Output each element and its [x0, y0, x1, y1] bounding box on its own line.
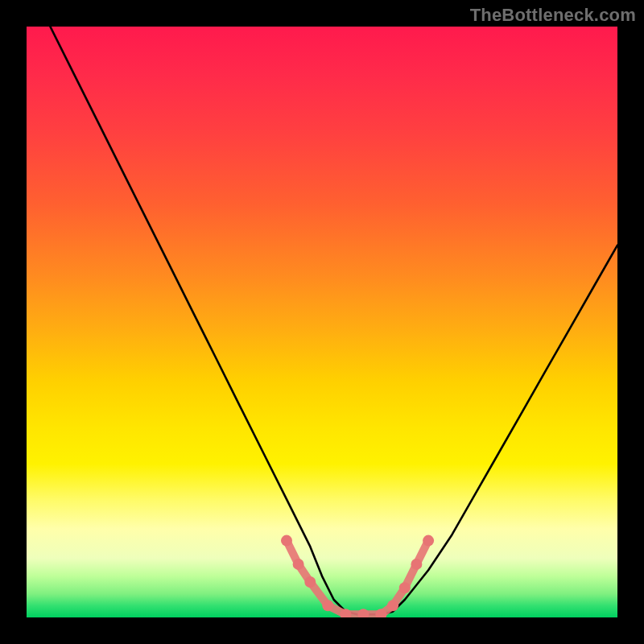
chart-svg: [27, 27, 617, 617]
svg-point-10: [423, 535, 434, 547]
svg-point-9: [411, 559, 422, 570]
svg-point-1: [293, 559, 304, 570]
chart-frame: TheBottleneck.com: [0, 0, 644, 644]
watermark-text: TheBottleneck.com: [470, 5, 636, 26]
svg-point-8: [399, 582, 411, 593]
curve-line: [50, 27, 617, 614]
curve-markers: [281, 535, 434, 617]
svg-point-2: [304, 576, 316, 588]
svg-point-0: [281, 535, 292, 547]
svg-point-7: [387, 600, 398, 611]
plot-area: [27, 27, 617, 617]
svg-point-3: [322, 600, 333, 611]
svg-point-5: [357, 609, 369, 617]
